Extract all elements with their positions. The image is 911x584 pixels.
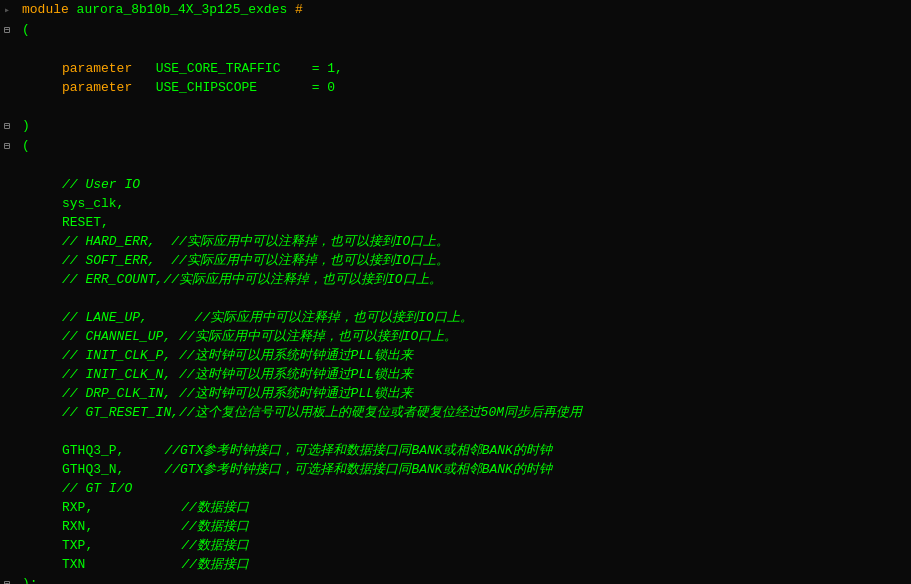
comment-gt-io: // GT I/O xyxy=(62,479,132,498)
comment-gt-reset-in: // GT_RESET_IN,//这个复位信号可以用板上的硬复位或者硬复位经过5… xyxy=(62,403,582,422)
line-open-paren-1: ⊟ ( xyxy=(4,20,911,40)
comment-lane-up: // LANE_UP, //实际应用中可以注释掉，也可以接到IO口上。 xyxy=(62,308,473,327)
sys-clk-text: sys_clk, xyxy=(62,194,124,213)
keyword-parameter-2: parameter xyxy=(62,78,132,97)
param-name-1: USE_CORE_TRAFFIC xyxy=(156,59,281,78)
rxn-comment: //数据接口 xyxy=(181,517,249,536)
close-paren-final: ); xyxy=(22,574,38,584)
line-open-paren-2: ⊟ ( xyxy=(4,136,911,156)
param-val-2: = 0 xyxy=(312,78,335,97)
collapse-icon-2[interactable]: ⊟ xyxy=(4,117,22,136)
comment-soft-err: // SOFT_ERR, //实际应用中可以注释掉，也可以接到IO口上。 xyxy=(62,251,449,270)
gutter-1: ▸ xyxy=(4,1,22,20)
line-hard-err: // HARD_ERR, //实际应用中可以注释掉，也可以接到IO口上。 xyxy=(4,232,911,251)
line-param1: parameter USE_CORE_TRAFFIC = 1, xyxy=(4,59,911,78)
line-txn: TXN //数据接口 xyxy=(4,555,911,574)
line-user-io-comment: // User IO xyxy=(4,175,911,194)
comment-channel-up: // CHANNEL_UP, //实际应用中可以注释掉，也可以接到IO口上。 xyxy=(62,327,457,346)
collapse-icon-1[interactable]: ⊟ xyxy=(4,21,22,40)
comment-init-clk-n: // INIT_CLK_N, //这时钟可以用系统时钟通过PLL锁出来 xyxy=(62,365,413,384)
line-lane-up: // LANE_UP, //实际应用中可以注释掉，也可以接到IO口上。 xyxy=(4,308,911,327)
module-keyword: module xyxy=(22,0,77,19)
gthq3n-name: GTHQ3_N, xyxy=(62,460,124,479)
rxp-comment: //数据接口 xyxy=(181,498,249,517)
gthq3n-comment: //GTX参考时钟接口，可选择和数据接口同BANK或相邻BANK的时钟 xyxy=(164,460,551,479)
line-blank-4 xyxy=(4,289,911,308)
line-txp: TXP, //数据接口 xyxy=(4,536,911,555)
line-gt-io-comment: // GT I/O xyxy=(4,479,911,498)
code-content: ▸ module aurora_8b10b_4X_3p125_exdes # ⊟… xyxy=(0,0,911,584)
comment-drp-clk: // DRP_CLK_IN, //这时钟可以用系统时钟通过PLL锁出来 xyxy=(62,384,413,403)
txn-name: TXN xyxy=(62,555,85,574)
line-gthq3p: GTHQ3_P, //GTX参考时钟接口，可选择和数据接口同BANK或相邻BAN… xyxy=(4,441,911,460)
line-rxp: RXP, //数据接口 xyxy=(4,498,911,517)
comment-user-io: // User IO xyxy=(62,175,140,194)
collapse-icon-3[interactable]: ⊟ xyxy=(4,137,22,156)
line-channel-up: // CHANNEL_UP, //实际应用中可以注释掉，也可以接到IO口上。 xyxy=(4,327,911,346)
line-sysclk: sys_clk, xyxy=(4,194,911,213)
txn-comment: //数据接口 xyxy=(181,555,249,574)
param-name-2: USE_CHIPSCOPE xyxy=(156,78,257,97)
comment-init-clk-p: // INIT_CLK_P, //这时钟可以用系统时钟通过PLL锁出来 xyxy=(62,346,413,365)
line-reset: RESET, xyxy=(4,213,911,232)
rxp-name: RXP, xyxy=(62,498,93,517)
txp-name: TXP, xyxy=(62,536,93,555)
gthq3p-comment: //GTX参考时钟接口，可选择和数据接口同BANK或相邻BANK的时钟 xyxy=(164,441,551,460)
rxn-name: RXN, xyxy=(62,517,93,536)
line-gthq3n: GTHQ3_N, //GTX参考时钟接口，可选择和数据接口同BANK或相邻BAN… xyxy=(4,460,911,479)
line-blank-5 xyxy=(4,422,911,441)
collapse-icon-4[interactable]: ⊟ xyxy=(4,575,22,584)
line-blank-3 xyxy=(4,156,911,175)
line-param2: parameter USE_CHIPSCOPE = 0 xyxy=(4,78,911,97)
code-editor: ▸ module aurora_8b10b_4X_3p125_exdes # ⊟… xyxy=(0,0,911,584)
line-blank-1 xyxy=(4,40,911,59)
line-gt-reset-in: // GT_RESET_IN,//这个复位信号可以用板上的硬复位或者硬复位经过5… xyxy=(4,403,911,422)
line-module: ▸ module aurora_8b10b_4X_3p125_exdes # xyxy=(4,0,911,20)
txp-comment: //数据接口 xyxy=(181,536,249,555)
comment-err-count: // ERR_COUNT,//实际应用中可以注释掉，也可以接到IO口上。 xyxy=(62,270,442,289)
line-close-final: ⊟ ); xyxy=(4,574,911,584)
line-soft-err: // SOFT_ERR, //实际应用中可以注释掉，也可以接到IO口上。 xyxy=(4,251,911,270)
gthq3p-name: GTHQ3_P, xyxy=(62,441,124,460)
param-val-1: = 1, xyxy=(312,59,343,78)
line-rxn: RXN, //数据接口 xyxy=(4,517,911,536)
line-init-clk-n: // INIT_CLK_N, //这时钟可以用系统时钟通过PLL锁出来 xyxy=(4,365,911,384)
line-blank-2 xyxy=(4,97,911,116)
keyword-parameter-1: parameter xyxy=(62,59,132,78)
line-init-clk-p: // INIT_CLK_P, //这时钟可以用系统时钟通过PLL锁出来 xyxy=(4,346,911,365)
line-err-count: // ERR_COUNT,//实际应用中可以注释掉，也可以接到IO口上。 xyxy=(4,270,911,289)
comment-hard-err: // HARD_ERR, //实际应用中可以注释掉，也可以接到IO口上。 xyxy=(62,232,449,251)
line-drp-clk: // DRP_CLK_IN, //这时钟可以用系统时钟通过PLL锁出来 xyxy=(4,384,911,403)
line-close-paren-1: ⊟ ) xyxy=(4,116,911,136)
reset-text: RESET, xyxy=(62,213,109,232)
